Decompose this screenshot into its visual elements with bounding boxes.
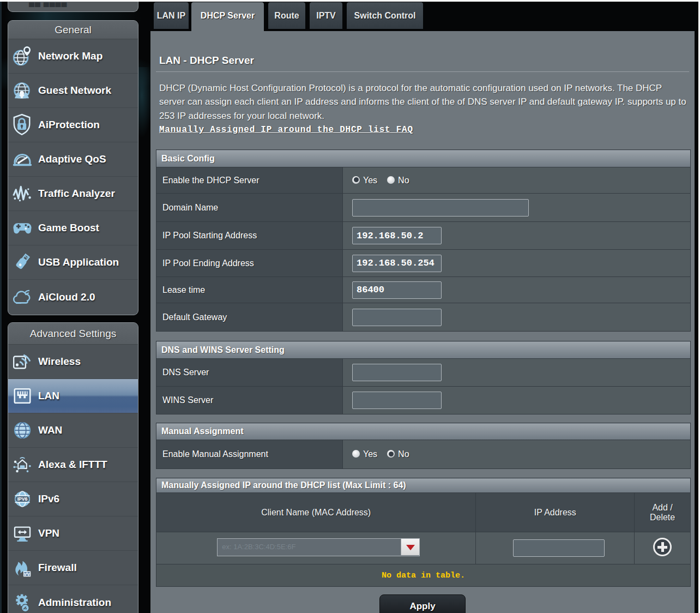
svg-text:IPV6: IPV6 bbox=[17, 496, 28, 502]
